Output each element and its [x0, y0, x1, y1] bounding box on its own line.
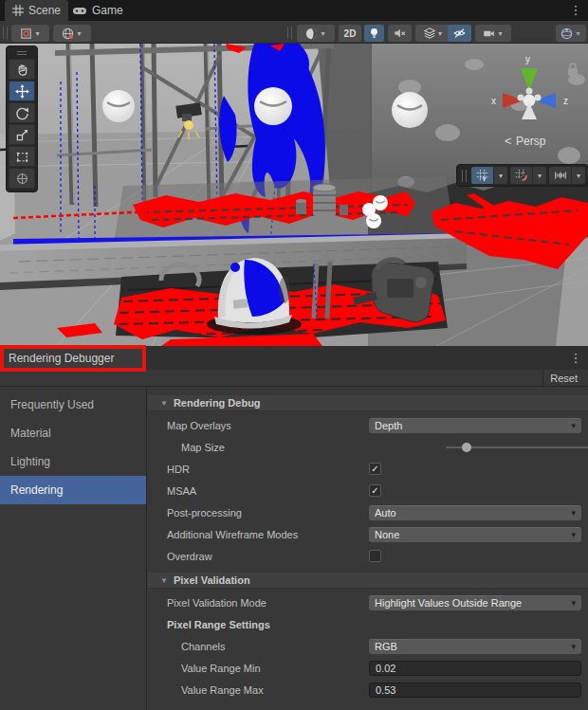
snap-magnet-icon [515, 169, 528, 182]
tab-scene[interactable]: Scene [5, 0, 68, 21]
setting-label: Pixel Validation Mode [148, 597, 266, 609]
hdr-checkbox[interactable]: ✓ [369, 463, 381, 475]
dropdown-arrow-icon: ▾ [436, 29, 444, 38]
rendering-debugger-tab[interactable]: Rendering Debugger [0, 346, 142, 370]
rect-icon [15, 150, 29, 164]
effects-button[interactable]: ▾ [415, 25, 451, 42]
channels-dropdown[interactable]: RGB▾ [369, 639, 581, 654]
toolbar-drag-handle[interactable] [3, 27, 8, 39]
sidebar-item-lighting[interactable]: Lighting [0, 447, 146, 476]
rendering-debugger-titlebar: Rendering Debugger ⋮ [0, 346, 588, 370]
setting-label: Additional Wireframe Modes [148, 529, 298, 540]
draw-mode-button[interactable]: ▾ [297, 25, 335, 42]
axis-x-label[interactable]: x [491, 96, 496, 106]
setting-row-map-size: Map Size320 [148, 436, 588, 458]
window-menu-icon[interactable]: ⋮ [568, 2, 583, 19]
gamepad-icon [72, 5, 87, 16]
dropdown-arrow-icon: ▾ [33, 29, 41, 38]
dropdown-value: Auto [375, 507, 571, 519]
svg-text:Y: Y [482, 175, 486, 182]
setting-label: Map Size [148, 442, 225, 453]
section-header-rendering-debug[interactable]: ▼Rendering Debug [148, 395, 588, 411]
sidebar-item-frequently-used[interactable]: Frequently Used [0, 391, 146, 419]
scene-lighting-button[interactable] [364, 25, 384, 42]
setting-row-post-processing: Post-processingAuto▾ [148, 501, 588, 523]
dropdown-arrow-icon: ▾ [319, 29, 326, 38]
slider-thumb[interactable] [462, 443, 471, 452]
scene-render: y x z < Persp [0, 44, 588, 346]
dropdown-arrow-icon[interactable]: ▾ [571, 167, 585, 184]
tab-scene-label: Scene [28, 4, 61, 17]
rect-tool-button[interactable] [9, 146, 35, 167]
gridbar-drag-handle[interactable] [462, 170, 467, 182]
grid-snap-button[interactable] [510, 167, 532, 184]
grid-icon [12, 5, 24, 16]
setting-label: Post-processing [148, 507, 242, 519]
scale-tool-button[interactable] [9, 124, 35, 145]
transform-tool-button[interactable] [9, 168, 35, 189]
persp-toggle[interactable]: < Persp [505, 134, 546, 148]
axis-y-label[interactable]: y [525, 54, 530, 64]
rendering-debugger-title: Rendering Debugger [9, 352, 114, 365]
dropdown-arrow-icon: ▾ [571, 421, 576, 430]
sidebar-item-material[interactable]: Material [0, 419, 146, 447]
persp-angle-icon: < [505, 134, 512, 148]
toolbar-drag-handle[interactable] [287, 27, 292, 39]
pixel-validation-mode-dropdown[interactable]: Highlight Values Outside Range▾ [369, 595, 581, 610]
section-header-pixel-validation[interactable]: ▼Pixel Validation [148, 573, 588, 589]
debugger-menu-icon[interactable]: ⋮ [568, 350, 583, 367]
hdr-checkbox-wrap: ✓ [369, 462, 581, 477]
setting-row-value-range-max: Value Range Max0.53 [148, 679, 588, 701]
reset-button[interactable]: Reset [542, 370, 584, 386]
field-value: 0.53 [376, 684, 395, 696]
increment-ruler-icon [554, 169, 567, 182]
tool-handle-position-button[interactable]: ▾ [11, 25, 49, 42]
grid-visibility-button[interactable]: Y [471, 167, 493, 184]
setting-row-pixel-range-settings: Pixel Range Settings [148, 613, 588, 635]
axis-z-label[interactable]: z [563, 96, 568, 106]
dropdown-arrow-icon: ▾ [75, 29, 83, 38]
dropdown-value: Depth [375, 420, 571, 431]
2d-toggle-button[interactable]: 2D [339, 25, 361, 42]
tab-game[interactable]: Game [64, 0, 131, 21]
dropdown-value: RGB [375, 641, 571, 652]
rotate-icon [15, 106, 29, 120]
value-range-max-field[interactable]: 0.53 [369, 683, 581, 698]
view-tool-button[interactable] [9, 59, 35, 80]
gizmos-button[interactable]: ▾ [556, 25, 586, 42]
scene-viewport[interactable]: y x z < Persp [0, 44, 588, 346]
post-processing-dropdown[interactable]: Auto▾ [369, 505, 581, 520]
setting-label: Map Overlays [148, 420, 231, 431]
debug-settings: ▼Rendering DebugMap OverlaysDepth▾Map Si… [148, 388, 588, 710]
audio-mute-button[interactable] [388, 25, 412, 42]
grid-snap-toolbar: Y ▾ ▾ ▾ [456, 164, 588, 187]
scene-camera-button[interactable]: ▾ [475, 25, 511, 42]
palette-drag-handle[interactable] [9, 48, 35, 58]
dropdown-value: Highlight Values Outside Range [375, 597, 571, 609]
setting-row-hdr: HDR✓ [148, 458, 588, 480]
setting-label: Value Range Min [148, 663, 261, 674]
msaa-checkbox[interactable]: ✓ [369, 484, 381, 497]
foldout-icon: ▼ [160, 399, 168, 408]
setting-label: Pixel Range Settings [148, 619, 270, 630]
rotate-tool-button[interactable] [9, 102, 35, 123]
tool-palette [6, 46, 38, 192]
value-range-min-field[interactable]: 0.02 [369, 661, 581, 676]
shaded-sphere-icon [304, 27, 319, 41]
setting-row-channels: ChannelsRGB▾ [148, 635, 588, 657]
additional-wireframe-modes-dropdown[interactable]: None▾ [369, 527, 581, 542]
dropdown-arrow-icon[interactable]: ▾ [532, 167, 546, 184]
move-tool-button[interactable] [9, 81, 35, 101]
sidebar-item-rendering[interactable]: Rendering [0, 476, 146, 504]
section-title: Rendering Debug [174, 397, 261, 409]
dropdown-arrow-icon[interactable]: ▾ [493, 167, 507, 184]
scene-visibility-button[interactable] [448, 25, 471, 42]
map-overlays-dropdown[interactable]: Depth▾ [369, 418, 581, 433]
debugger-sidebar: Frequently UsedMaterialLightingRendering [0, 388, 147, 710]
persp-label: Persp [516, 135, 546, 148]
snap-increment-button[interactable] [549, 167, 571, 184]
setting-row-overdraw: Overdraw [148, 545, 588, 567]
overdraw-checkbox[interactable] [369, 550, 381, 562]
tool-handle-rotation-button[interactable]: ▾ [53, 25, 91, 42]
unity-editor-window: Scene Game ⋮ ▾ ▾ ▾ 2D [0, 0, 588, 710]
